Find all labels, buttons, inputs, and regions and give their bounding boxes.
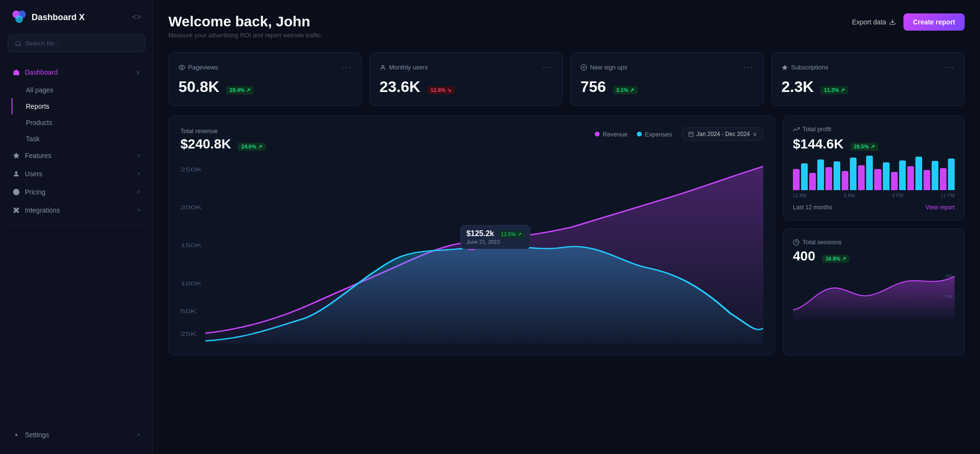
revenue-left: Total revenue $240.8K 24.6% ↗ xyxy=(180,127,266,152)
svg-text:25K: 25K xyxy=(180,331,197,337)
chevron-right-icon: > xyxy=(137,152,140,159)
sidebar-item-dashboard-label: Dashboard xyxy=(25,68,58,76)
sidebar: Dashboard X <> Search for... Dashboard ∨… xyxy=(0,0,153,454)
sidebar-sub-all-pages[interactable]: All pages xyxy=(11,82,147,98)
revenue-chart-svg: 250K 200K 150K 100K 50K 25K xyxy=(180,161,763,343)
svg-text:100K: 100K xyxy=(180,280,202,286)
profit-value: $144.6K xyxy=(793,136,844,151)
revenue-header: Total revenue $240.8K 24.6% ↗ Revenue Ex… xyxy=(180,127,763,152)
svg-marker-5 xyxy=(13,152,19,159)
person-icon xyxy=(379,64,386,71)
bar-item xyxy=(874,169,881,190)
sidebar-item-settings-label: Settings xyxy=(25,431,49,439)
sessions-value: 400 xyxy=(793,249,815,263)
main-content: Welcome back, John Measure your advertis… xyxy=(153,0,980,454)
profit-card: Total profit $144.6K 28.5% ↗ 12 AM 8 AM … xyxy=(783,115,965,221)
bottom-section: Total revenue $240.8K 24.6% ↗ Revenue Ex… xyxy=(168,115,965,355)
sidebar-item-dashboard[interactable]: Dashboard ∨ xyxy=(6,64,147,81)
sidebar-item-integrations-label: Integrations xyxy=(25,206,60,214)
sidebar-bottom: Settings > xyxy=(0,426,153,444)
stat-value-monthly-users: 23.6K xyxy=(379,78,420,95)
sidebar-item-pricing-label: Pricing xyxy=(25,188,45,196)
chevron-right-icon: > xyxy=(137,431,140,438)
bar-item xyxy=(850,158,857,190)
svg-text:50K: 50K xyxy=(180,308,197,314)
svg-text:150K: 150K xyxy=(180,242,202,248)
sessions-chart-svg: 500 250 xyxy=(793,272,955,319)
stats-grid: Pageviews ··· 50.8K 28.4% ↗ Monthly user… xyxy=(168,52,965,106)
chevron-right-icon: > xyxy=(137,207,140,214)
page-title: Welcome back, John xyxy=(168,13,323,30)
stat-badge-monthly-users: 12.6% ↘ xyxy=(427,86,455,94)
stat-menu-monthly-users[interactable]: ··· xyxy=(543,62,553,72)
sidebar-item-settings[interactable]: Settings > xyxy=(6,426,147,443)
download-icon xyxy=(889,19,896,25)
sidebar-item-users[interactable]: Users > xyxy=(6,165,147,182)
stat-menu-signups[interactable]: ··· xyxy=(744,62,754,72)
sidebar-sub-products[interactable]: Products xyxy=(11,114,147,131)
stat-value-pageviews: 50.8K xyxy=(178,78,219,95)
stat-value-subscriptions: 2.3K xyxy=(781,78,814,95)
sidebar-item-users-label: Users xyxy=(25,170,43,178)
bar-item xyxy=(907,166,914,190)
svg-point-11 xyxy=(382,65,384,68)
bar-item xyxy=(932,161,938,190)
sidebar-logo: Dashboard X <> xyxy=(0,10,153,34)
bar-item xyxy=(801,163,808,190)
svg-point-10 xyxy=(181,67,183,68)
chevron-right-icon: > xyxy=(137,170,140,177)
svg-point-3 xyxy=(16,41,20,45)
date-range-picker[interactable]: Jan 2024 - Dec 2024 ∨ xyxy=(682,127,763,141)
stat-card-signups: New sign ups ··· 756 3.1% ↗ xyxy=(570,52,764,106)
svg-point-2 xyxy=(15,15,23,23)
app-name: Dashboard X xyxy=(32,12,85,23)
legend-expenses: Expenses xyxy=(637,131,672,138)
dollar-icon xyxy=(12,188,20,196)
sidebar-sub-reports[interactable]: Reports xyxy=(11,98,147,114)
bar-item xyxy=(842,171,848,190)
stat-badge-signups: 3.1% ↗ xyxy=(613,86,637,94)
bar-item xyxy=(924,170,930,190)
revenue-card: Total revenue $240.8K 24.6% ↗ Revenue Ex… xyxy=(168,115,775,355)
svg-text:250K: 250K xyxy=(180,167,202,172)
sidebar-divider xyxy=(8,226,145,226)
profit-footer: Last 12 months View report xyxy=(793,204,955,211)
calendar-icon xyxy=(688,131,694,137)
sidebar-sub-task[interactable]: Task xyxy=(11,131,147,147)
export-data-button[interactable]: Export data xyxy=(852,18,896,26)
search-placeholder: Search for... xyxy=(25,40,59,47)
search-box[interactable]: Search for... xyxy=(8,34,145,52)
stat-badge-subscriptions: 11.3% ↗ xyxy=(821,86,848,94)
bar-item xyxy=(793,169,800,190)
bar-item xyxy=(940,168,947,190)
chevron-right-icon: > xyxy=(137,189,140,195)
profit-footer-label: Last 12 months xyxy=(793,204,832,211)
bar-item xyxy=(825,167,832,190)
revenue-chart-area: 250K 200K 150K 100K 50K 25K xyxy=(180,161,763,343)
stat-title-subscriptions: Subscriptions xyxy=(781,64,828,71)
sidebar-item-pricing[interactable]: Pricing > xyxy=(6,183,147,201)
date-picker-chevron: ∨ xyxy=(753,131,757,137)
person-icon xyxy=(12,170,20,178)
collapse-button[interactable]: <> xyxy=(132,13,141,22)
sidebar-item-features[interactable]: Features > xyxy=(6,147,147,164)
sessions-header: Total sessions xyxy=(793,238,955,246)
stat-title-pageviews: Pageviews xyxy=(178,64,218,71)
legend-revenue: Revenue xyxy=(595,131,627,138)
sidebar-item-integrations[interactable]: Integrations > xyxy=(6,202,147,219)
bar-item xyxy=(858,165,865,190)
bar-item xyxy=(866,156,873,190)
date-range-label: Jan 2024 - Dec 2024 xyxy=(697,131,750,137)
trending-up-icon xyxy=(793,126,800,133)
stat-menu-subscriptions[interactable]: ··· xyxy=(945,62,955,72)
bar-item xyxy=(817,159,824,190)
header-text: Welcome back, John Measure your advertis… xyxy=(168,13,323,39)
create-report-button[interactable]: Create report xyxy=(903,13,965,31)
stat-card-monthly-users: Monthly users ··· 23.6K 12.6% ↘ xyxy=(369,52,563,106)
profit-badge: 28.5% ↗ xyxy=(850,143,878,151)
view-report-link[interactable]: View report xyxy=(926,204,955,211)
stat-menu-pageviews[interactable]: ··· xyxy=(342,62,352,72)
header-actions: Export data Create report xyxy=(852,13,965,31)
stat-card-subscriptions: Subscriptions ··· 2.3K 11.3% ↗ xyxy=(771,52,965,106)
main-nav: Dashboard ∨ All pages Reports Products T… xyxy=(0,64,153,220)
